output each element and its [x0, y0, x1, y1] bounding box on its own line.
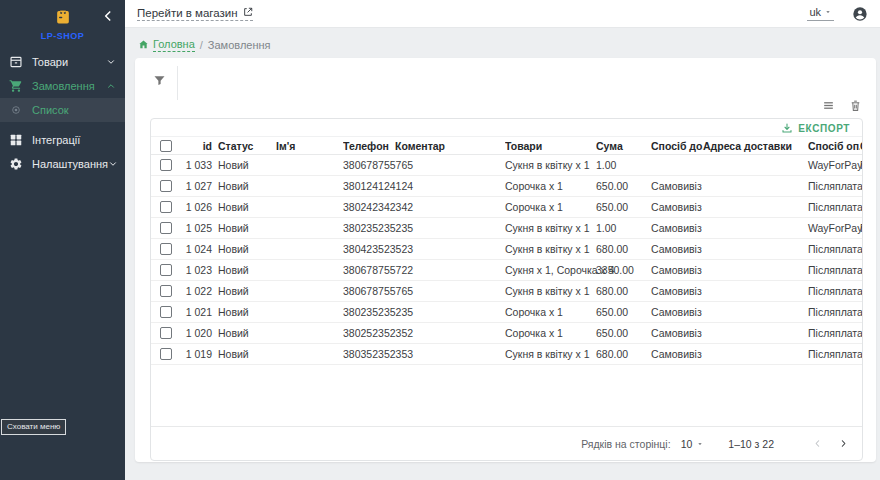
cell-sum: 650.00	[596, 180, 651, 192]
column-header-phone: Телефон	[343, 140, 395, 152]
table-row[interactable]: 1 019Новий380352352353Сукня в квітку х 1…	[151, 344, 862, 365]
sidebar-item-orders-list[interactable]: Список	[0, 98, 125, 122]
row-checkbox[interactable]	[160, 222, 172, 234]
language-select[interactable]: uk	[807, 6, 834, 21]
prev-page-button[interactable]	[808, 435, 826, 453]
sidebar-item-settings[interactable]: Налаштування	[0, 152, 125, 176]
rows-per-page-select[interactable]: 10	[681, 438, 705, 450]
row-checkbox[interactable]	[160, 180, 172, 192]
go-to-store-link[interactable]: Перейти в магазин	[137, 7, 253, 21]
table-row[interactable]: 1 033Новий380678755765Сукня в квітку х 1…	[151, 155, 862, 176]
logo-bag-icon	[53, 12, 73, 29]
sidebar: LP-SHOP Товари	[0, 0, 125, 480]
table-row[interactable]: 1 027Новий380124124124Сорочка х 1650.00С…	[151, 176, 862, 197]
row-checkbox[interactable]	[160, 306, 172, 318]
cell-products: Сорочка х 1	[505, 201, 596, 213]
cell-delivery: Самовивіз	[651, 222, 703, 234]
row-checkbox[interactable]	[160, 243, 172, 255]
breadcrumb-separator: /	[200, 39, 203, 51]
delete-button[interactable]	[849, 98, 862, 111]
cell-payment: Післяплата	[808, 201, 860, 213]
row-checkbox-cell	[151, 159, 181, 171]
row-checkbox[interactable]	[160, 327, 172, 339]
cell-phone: 380252352352	[343, 327, 395, 339]
home-icon	[138, 39, 149, 52]
column-header-address: Адреса доставки	[703, 140, 808, 152]
row-checkbox[interactable]	[160, 285, 172, 297]
row-checkbox[interactable]	[160, 201, 172, 213]
breadcrumb-home-label: Головна	[153, 38, 195, 52]
table-row[interactable]: 1 022Новий380678755765Сукня в квітку х 1…	[151, 281, 862, 302]
orders-table: ЕКСПОРТ idСтатусІм'яТелефонКоментарТовар…	[150, 118, 863, 461]
collapse-menu-button[interactable]	[101, 9, 115, 23]
cell-products: Сукня в квітку х 1	[505, 243, 596, 255]
cell-phone: 380678755765	[343, 285, 395, 297]
select-all-checkbox[interactable]	[160, 140, 172, 152]
cell-products: Сорочка х 1	[505, 180, 596, 192]
settings-icon	[9, 157, 23, 171]
cell-phone: 380423523523	[343, 243, 395, 255]
cell-payment: Післяплата	[808, 348, 860, 360]
cell-id: 1 025	[181, 222, 218, 234]
next-page-button[interactable]	[834, 435, 852, 453]
filter-button[interactable]	[152, 73, 168, 89]
cell-products: Сукня х 1, Сорочка х 4	[505, 264, 596, 276]
table-row[interactable]: 1 021Новий380235235235Сорочка х 1650.00С…	[151, 302, 862, 323]
export-button[interactable]: ЕКСПОРТ	[777, 120, 854, 138]
table-row[interactable]: 1 026Новий380242342342Сорочка х 1650.00С…	[151, 197, 862, 218]
account-button[interactable]	[852, 6, 868, 22]
cell-id: 1 023	[181, 264, 218, 276]
cell-id: 1 019	[181, 348, 218, 360]
row-checkbox-cell	[151, 264, 181, 276]
cell-id: 1 020	[181, 327, 218, 339]
row-checkbox[interactable]	[160, 264, 172, 276]
sidebar-item-integrations[interactable]: Інтеграції	[0, 128, 125, 152]
admin-app: LP-SHOP Товари	[0, 0, 880, 480]
table-row[interactable]: 1 024Новий380423523523Сукня в квітку х 1…	[151, 239, 862, 260]
view-list-button[interactable]	[822, 98, 835, 111]
language-value: uk	[809, 6, 821, 18]
cell-sum: 650.00	[596, 306, 651, 318]
cell-payment: Післяплата	[808, 327, 860, 339]
table-row[interactable]: 1 025Новий380235235235Сукня в квітку х 1…	[151, 218, 862, 239]
cell-phone: 380242342342	[343, 201, 395, 213]
next-page-icon	[838, 438, 849, 449]
row-checkbox[interactable]	[160, 348, 172, 360]
table-row[interactable]: 1 023Новий380678755722Сукня х 1, Сорочка…	[151, 260, 862, 281]
sidebar-item-label: Список	[32, 104, 116, 116]
cell-delivery: Самовивіз	[651, 264, 703, 276]
cell-phone: 380235235235	[343, 306, 395, 318]
cell-status: Новий	[218, 201, 276, 213]
cell-created: П	[860, 159, 863, 171]
cell-status: Новий	[218, 159, 276, 171]
sidebar-item-orders[interactable]: Замовлення	[0, 74, 125, 98]
row-checkbox-cell	[151, 327, 181, 339]
cell-products: Сукня в квітку х 1	[505, 348, 596, 360]
sidebar-item-products[interactable]: Товари	[0, 50, 125, 74]
cell-status: Новий	[218, 327, 276, 339]
breadcrumb-home-link[interactable]: Головна	[138, 38, 195, 52]
cell-delivery: Самовивіз	[651, 306, 703, 318]
row-checkbox[interactable]	[160, 159, 172, 171]
sidebar-item-label: Замовлення	[32, 80, 106, 92]
external-link-icon	[243, 7, 253, 19]
cell-sum: 3350.00	[596, 264, 651, 276]
language-caret-icon	[824, 6, 832, 18]
cell-id: 1 033	[181, 159, 218, 171]
cell-status: Новий	[218, 222, 276, 234]
column-header-comment: Коментар	[395, 140, 505, 152]
chevron-up-icon	[106, 81, 116, 91]
table-row[interactable]: 1 020Новий380252352352Сорочка х 1650.00С…	[151, 323, 862, 344]
cell-payment: Післяплата	[808, 285, 860, 297]
column-header-status: Статус	[218, 140, 276, 152]
cell-payment: Післяплата	[808, 306, 860, 318]
cell-payment: Післяплата	[808, 180, 860, 192]
breadcrumb: Головна / Замовлення	[125, 28, 880, 52]
orders-icon	[9, 79, 23, 93]
row-checkbox-cell	[151, 180, 181, 192]
table-tools	[822, 98, 862, 111]
column-header-name: Ім'я	[276, 140, 343, 152]
cell-payment: Післяплата	[808, 264, 860, 276]
row-checkbox-cell	[151, 306, 181, 318]
products-icon	[9, 55, 23, 69]
